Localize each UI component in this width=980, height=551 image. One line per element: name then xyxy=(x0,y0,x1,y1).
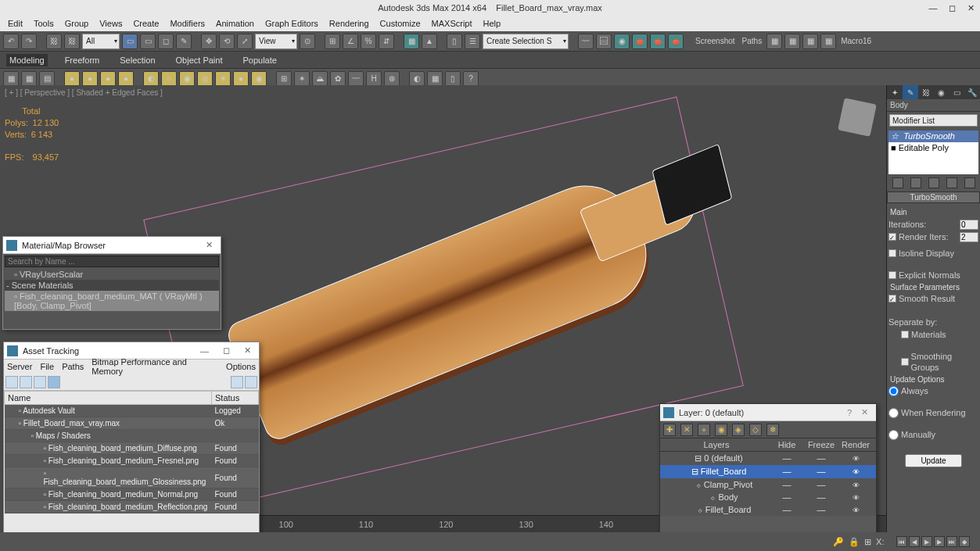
menu-help[interactable]: Help xyxy=(479,18,506,29)
select-name-button[interactable]: ▭ xyxy=(140,34,156,49)
configure-sets-button[interactable] xyxy=(964,177,975,188)
layer-window[interactable]: Layer: 0 (default) ? ✕ ✚ ✕ ＋ ◉ ◈ ◇ ❄ Lay… xyxy=(659,403,877,536)
iterations-input[interactable] xyxy=(960,220,978,230)
isoline-check[interactable] xyxy=(888,249,896,257)
ribbon-populate[interactable]: Populate xyxy=(239,54,279,66)
unlink-button[interactable]: ⛓ xyxy=(64,34,80,49)
util3-icon[interactable]: ⛰ xyxy=(312,71,328,87)
remove-modifier-button[interactable] xyxy=(946,177,957,188)
light3-icon[interactable]: ◉ xyxy=(179,71,195,87)
table-row[interactable]: ▫ Fish_cleaning_board_medium_Glossiness.… xyxy=(5,467,259,488)
util2-icon[interactable]: ✶ xyxy=(294,71,310,87)
update-always-radio[interactable] xyxy=(888,386,899,396)
layer-row[interactable]: ⊟ 0 (default)—— xyxy=(660,452,876,465)
select-rect-button[interactable]: ◻ xyxy=(158,34,174,49)
asset-col-status[interactable]: Status xyxy=(212,392,259,405)
rollout-turbosmooth[interactable]: TurboSmooth xyxy=(887,191,980,203)
pin-stack-button[interactable] xyxy=(892,177,903,188)
help-icon[interactable]: ? xyxy=(463,71,479,87)
viewcube[interactable] xyxy=(838,98,877,137)
macro16-button[interactable]: Macro16 xyxy=(838,37,874,45)
poly-btn3[interactable]: ▤ xyxy=(39,71,55,87)
tab-modify[interactable]: ✎ xyxy=(903,85,918,99)
menu-customize[interactable]: Customize xyxy=(375,18,425,29)
menu-maxscript[interactable]: MAXScript xyxy=(427,18,477,29)
sphere4-icon[interactable]: ● xyxy=(118,71,134,87)
light5-icon[interactable]: ☀ xyxy=(215,71,231,87)
redo-button[interactable]: ↷ xyxy=(21,34,37,49)
matbrowser-close[interactable]: ✕ xyxy=(201,240,217,250)
mat-item[interactable]: ▫ VRayUserScalar xyxy=(5,269,219,280)
material-browser-window[interactable]: Material/Map Browser✕ Search by Name ...… xyxy=(2,236,221,330)
paths-button[interactable]: Paths xyxy=(740,37,765,45)
asset-menu-server[interactable]: Server xyxy=(7,362,32,371)
table-row[interactable]: ▫ Fish_cleaning_board_medium_Reflection.… xyxy=(5,501,259,513)
screenshot-button[interactable]: Screenshot xyxy=(693,37,738,45)
prev-frame-button[interactable]: ◀ xyxy=(909,536,920,547)
asset-menu-bitmap[interactable]: Bitmap Performance and Memory xyxy=(92,357,218,376)
layer-row[interactable]: ⊟ Fillet_Board—— xyxy=(660,465,876,478)
next-frame-button[interactable]: ▶ xyxy=(934,536,945,547)
render3-icon[interactable]: ▯ xyxy=(445,71,461,87)
show-end-result-button[interactable] xyxy=(910,177,921,188)
play-button[interactable]: ▶ xyxy=(921,536,932,547)
render-setup-button[interactable]: 🫖 xyxy=(632,34,648,49)
link-button[interactable]: ⛓ xyxy=(46,34,62,49)
tab-utilities[interactable]: 🔧 xyxy=(964,85,980,99)
menu-create[interactable]: Create xyxy=(128,18,163,29)
layer-new[interactable]: ✚ xyxy=(663,424,676,436)
stack-editable-poly[interactable]: ■ Editable Poly xyxy=(888,142,978,153)
maximize-button[interactable]: ◻ xyxy=(942,0,961,16)
render-iters-check[interactable] xyxy=(888,233,896,241)
asset-col-name[interactable]: Name xyxy=(5,392,212,405)
asset-tb3[interactable] xyxy=(34,376,46,388)
asset-menu-file[interactable]: File xyxy=(40,362,54,371)
asset-close[interactable]: ✕ xyxy=(239,345,256,356)
curve-editor-button[interactable]: 〰 xyxy=(578,34,594,49)
macro-btn3[interactable]: ▦ xyxy=(802,34,818,49)
ribbon-modeling[interactable]: Modeling xyxy=(6,54,48,66)
named-selection-dropdown[interactable]: Create Selection S xyxy=(483,34,569,49)
menu-animation[interactable]: Animation xyxy=(211,18,259,29)
update-button[interactable]: Update xyxy=(905,454,961,467)
menu-rendering[interactable]: Rendering xyxy=(325,18,374,29)
tab-create[interactable]: ✦ xyxy=(887,85,903,99)
angle-snap-button[interactable]: ∠ xyxy=(343,34,358,49)
key-icon[interactable]: 🔑 xyxy=(833,537,844,547)
stack-turbosmooth[interactable]: ☆ TurboSmooth xyxy=(888,131,978,142)
undo-button[interactable]: ↶ xyxy=(3,34,19,49)
matbrowser-search[interactable]: Search by Name ... xyxy=(5,256,219,267)
select-paint-button[interactable]: ✎ xyxy=(176,34,192,49)
layer-add[interactable]: ＋ xyxy=(698,424,710,436)
render-iters-input[interactable] xyxy=(960,232,978,242)
table-row[interactable]: ▫ Autodesk VaultLogged xyxy=(5,405,259,417)
macro-btn2[interactable]: ▦ xyxy=(784,34,800,49)
mat-item-selected[interactable]: ▫ Fish_cleaning_board_medium_MAT ( VRayM… xyxy=(5,291,219,311)
minimize-button[interactable]: — xyxy=(924,0,942,16)
table-row[interactable]: ▫ Fish_cleaning_board_medium_Fresnel.png… xyxy=(5,455,259,467)
layer-highlight[interactable]: ◈ xyxy=(732,424,745,436)
layer-hide[interactable]: ◇ xyxy=(749,424,762,436)
selection-filter-dropdown[interactable]: All xyxy=(82,34,120,49)
util1-icon[interactable]: ⊞ xyxy=(276,71,292,87)
close-button[interactable]: ✕ xyxy=(961,0,980,16)
light4-icon[interactable]: ◎ xyxy=(197,71,213,87)
menu-graph-editors[interactable]: Graph Editors xyxy=(260,18,323,29)
layer-delete[interactable]: ✕ xyxy=(680,424,693,436)
macro-btn4[interactable]: ▦ xyxy=(820,34,836,49)
goto-end-button[interactable]: ⏭ xyxy=(946,536,957,547)
schematic-button[interactable]: ⿳ xyxy=(596,34,612,49)
asset-tb6[interactable] xyxy=(245,376,257,388)
table-row[interactable]: ▫ Fillet_Board_max_vray.maxOk xyxy=(5,417,259,430)
render2-icon[interactable]: ▦ xyxy=(427,71,443,87)
sphere2-icon[interactable]: ● xyxy=(82,71,98,87)
sep-materials-check[interactable] xyxy=(901,331,909,338)
tab-hierarchy[interactable]: ⛓ xyxy=(918,85,934,99)
mirror-button[interactable]: ▲ xyxy=(422,34,437,49)
asset-tb4[interactable] xyxy=(48,376,60,388)
poly-btn1[interactable]: ▦ xyxy=(3,71,19,87)
layers-button[interactable]: ☰ xyxy=(465,34,480,49)
util7-icon[interactable]: ⊛ xyxy=(384,71,400,87)
layer-freeze[interactable]: ❄ xyxy=(766,424,779,436)
modifier-list-dropdown[interactable]: Modifier List xyxy=(889,114,978,127)
